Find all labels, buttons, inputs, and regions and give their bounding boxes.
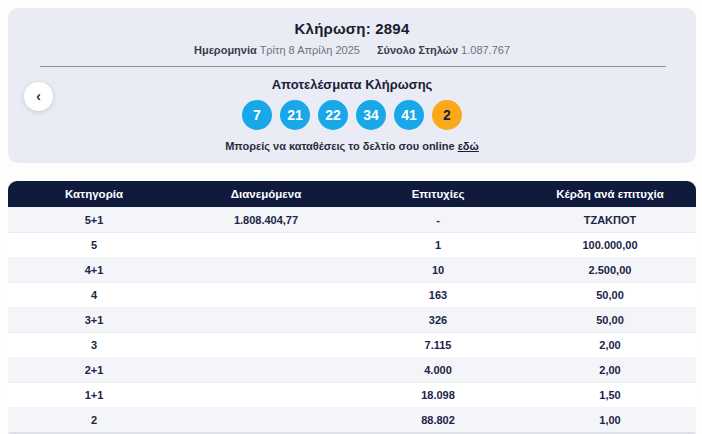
cell-category: 4+1 <box>8 264 180 276</box>
banner-divider <box>40 66 666 67</box>
draw-date: Ημερομηνία Τρίτη 8 Απρίλη 2025 <box>194 44 363 56</box>
column-header-winners: Επιτυχίες <box>352 188 524 200</box>
cell-winners: - <box>352 214 524 226</box>
column-header-category: Κατηγορία <box>8 188 180 200</box>
cell-prize: 50,00 <box>524 289 696 301</box>
chevron-left-icon: ‹ <box>36 88 41 104</box>
number-ball: 41 <box>394 100 424 130</box>
table-row: 5 1 100.000,00 <box>8 232 696 257</box>
cell-category: 3 <box>8 339 180 351</box>
cell-winners: 4.000 <box>352 364 524 376</box>
joker-number-ball: 2 <box>432 100 462 130</box>
cell-prize: ΤΖΑΚΠΟΤ <box>524 214 696 226</box>
winning-numbers: 7 21 22 34 41 2 <box>8 100 696 130</box>
prize-table: Κατηγορία Διανεμόμενα Επιτυχίες Κέρδη αν… <box>8 181 696 432</box>
cell-distributed: 1.808.404,77 <box>180 214 352 226</box>
cell-winners: 18.098 <box>352 389 524 401</box>
cell-winners: 163 <box>352 289 524 301</box>
cell-winners: 7.115 <box>352 339 524 351</box>
total-columns: Σύνολο Στηλών 1.087.767 <box>377 44 510 56</box>
draw-title: Κλήρωση: 2894 <box>8 8 696 37</box>
deposit-here-link[interactable]: εδώ <box>458 140 479 152</box>
date-value: Τρίτη 8 Απρίλη 2025 <box>260 44 360 56</box>
cell-prize: 100.000,00 <box>524 239 696 251</box>
deposit-text: Μπορείς να καταθέσεις το δελτίο σου onli… <box>225 140 457 152</box>
columns-value: 1.087.767 <box>461 44 510 56</box>
number-ball: 34 <box>356 100 386 130</box>
cell-winners: 326 <box>352 314 524 326</box>
cell-category: 4 <box>8 289 180 301</box>
column-header-distributed: Διανεμόμενα <box>180 188 352 200</box>
cell-prize: 1,00 <box>524 414 696 426</box>
table-row: 2+1 4.000 2,00 <box>8 357 696 382</box>
table-row: 1+1 18.098 1,50 <box>8 382 696 407</box>
table-header-row: Κατηγορία Διανεμόμενα Επιτυχίες Κέρδη αν… <box>8 181 696 207</box>
cell-category: 2 <box>8 414 180 426</box>
date-label: Ημερομηνία <box>194 44 257 56</box>
cell-category: 5 <box>8 239 180 251</box>
cell-prize: 50,00 <box>524 314 696 326</box>
draw-meta: Ημερομηνία Τρίτη 8 Απρίλη 2025 Σύνολο Στ… <box>8 44 696 56</box>
cell-category: 3+1 <box>8 314 180 326</box>
table-row: 5+1 1.808.404,77 - ΤΖΑΚΠΟΤ <box>8 207 696 232</box>
table-row: 3 7.115 2,00 <box>8 332 696 357</box>
number-ball: 22 <box>318 100 348 130</box>
columns-label: Σύνολο Στηλών <box>377 44 458 56</box>
draw-banner: Κλήρωση: 2894 Ημερομηνία Τρίτη 8 Απρίλη … <box>8 8 696 163</box>
cell-prize: 2,00 <box>524 364 696 376</box>
table-row: 4 163 50,00 <box>8 282 696 307</box>
cell-prize: 2.500,00 <box>524 264 696 276</box>
table-row: 3+1 326 50,00 <box>8 307 696 332</box>
previous-draw-button[interactable]: ‹ <box>24 82 53 111</box>
cell-category: 2+1 <box>8 364 180 376</box>
cell-winners: 10 <box>352 264 524 276</box>
cell-winners: 1 <box>352 239 524 251</box>
cell-category: 1+1 <box>8 389 180 401</box>
cell-prize: 1,50 <box>524 389 696 401</box>
table-row: 2 88.802 1,00 <box>8 407 696 432</box>
results-heading: Αποτελέσματα Κλήρωσης <box>8 77 696 92</box>
number-ball: 7 <box>242 100 272 130</box>
cell-prize: 2,00 <box>524 339 696 351</box>
cell-category: 5+1 <box>8 214 180 226</box>
deposit-message: Μπορείς να καταθέσεις το δελτίο σου onli… <box>8 140 696 152</box>
table-row: 4+1 10 2.500,00 <box>8 257 696 282</box>
cell-winners: 88.802 <box>352 414 524 426</box>
number-ball: 21 <box>280 100 310 130</box>
column-header-prize: Κέρδη ανά επιτυχία <box>524 188 696 200</box>
